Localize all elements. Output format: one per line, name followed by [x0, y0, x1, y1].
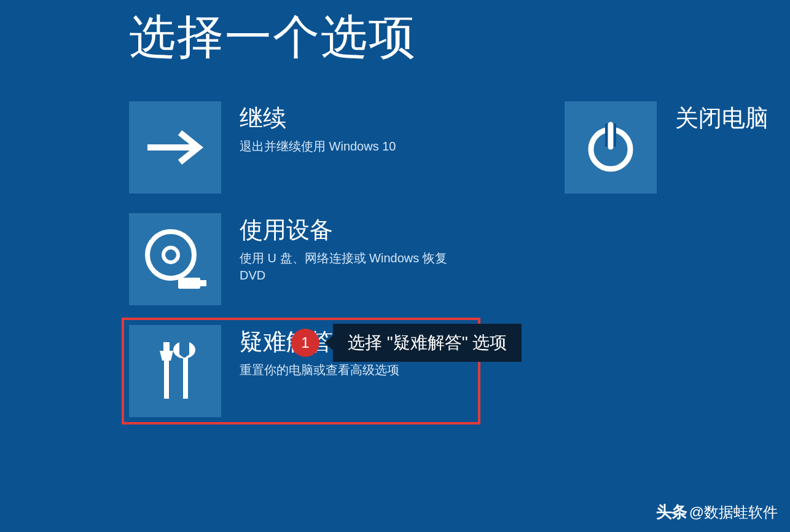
tools-icon	[129, 325, 221, 417]
svg-rect-4	[200, 280, 206, 286]
option-continue-desc: 退出并继续使用 Windows 10	[240, 138, 473, 155]
option-use-device-title: 使用设备	[240, 214, 473, 246]
page-title: 选择一个选项	[129, 6, 417, 69]
svg-rect-7	[164, 361, 169, 399]
power-icon	[565, 101, 657, 194]
option-continue[interactable]: 继续 退出并继续使用 Windows 10	[129, 101, 473, 194]
svg-point-2	[163, 248, 178, 262]
svg-rect-5	[163, 342, 170, 351]
option-troubleshoot-desc: 重置你的电脑或查看高级选项	[240, 361, 473, 378]
svg-point-1	[147, 232, 194, 278]
arrow-right-icon	[129, 101, 221, 194]
disc-usb-icon	[129, 213, 221, 305]
callout-annotation: 1 选择 "疑难解答" 选项	[291, 324, 522, 362]
option-use-device-desc: 使用 U 盘、网络连接或 Windows 恢复DVD	[240, 249, 473, 284]
watermark-text: @数据蛙软件	[689, 503, 778, 522]
svg-rect-3	[178, 278, 200, 289]
callout-text: 选择 "疑难解答" 选项	[333, 324, 522, 362]
watermark: 头条 @数据蛙软件	[656, 501, 778, 523]
watermark-logo: 头条	[656, 501, 687, 523]
options-list: 继续 退出并继续使用 Windows 10 使用设备 使用 U 盘、网络连接或 …	[129, 101, 480, 424]
option-shutdown-title: 关闭电脑	[675, 103, 768, 134]
option-use-device[interactable]: 使用设备 使用 U 盘、网络连接或 Windows 恢复DVD	[129, 213, 473, 305]
svg-marker-6	[160, 351, 173, 361]
option-continue-title: 继续	[240, 103, 473, 134]
callout-number-badge: 1	[291, 329, 319, 357]
option-shutdown[interactable]: 关闭电脑	[565, 101, 768, 194]
svg-rect-8	[183, 358, 188, 399]
